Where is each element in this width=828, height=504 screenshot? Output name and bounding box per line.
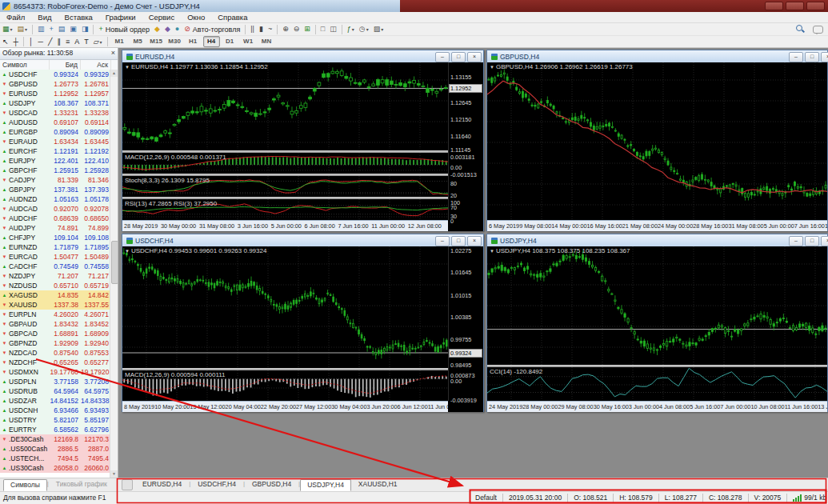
menu-tools[interactable]: Сервис [142,12,182,22]
menu-help[interactable]: Справка [211,12,254,22]
price-pane[interactable]: ▼USDCHF,H4 0.99453 0.99601 0.99263 0.993… [122,246,448,368]
scroll-down-icon[interactable]: ▼ [110,470,118,478]
candlestick-chart-button[interactable]: ▮ [258,24,265,34]
fibonacci-button[interactable]: ≡ [64,37,71,47]
line-chart-button[interactable]: ~ [266,24,274,34]
market-watch-row-usdcnh[interactable]: ▲USDCNH6.934666.93493 [0,406,111,415]
market-watch-row-audcad[interactable]: ▼AUDCAD0.920700.92078 [0,204,111,214]
timeframe-m1[interactable]: M1 [111,36,128,47]
market-watch-row-eurusd[interactable]: ▼EURUSD1.129521.12957 [0,89,111,98]
market-watch-row-nzdchf[interactable]: ▼NZDCHF0.652650.65277 [0,358,111,367]
market-watch-header[interactable]: Обзор рынка: 11:30:58 × [0,48,118,60]
market-watch-tab-symbols[interactable]: Символы [3,479,47,491]
close-button[interactable]: × [821,52,828,62]
timeframe-h4[interactable]: H4 [203,36,220,47]
market-watch-row-cadchf[interactable]: ▲CADCHF0.745490.74558 [0,262,111,271]
timeframe-m30[interactable]: M30 [166,36,183,47]
minimize-button[interactable]: – [435,52,450,62]
market-watch-row-euraud[interactable]: ▼EURAUD1.634341.63445 [0,137,111,146]
indicator-pane[interactable]: MACD(12,26,9) 0.000594 0.000111 [122,370,448,401]
autotrading-button[interactable]: ⊘Авто-торговля [182,24,242,34]
market-watch-row-cadjpy[interactable]: ▼CADJPY81.33981.346 [0,175,111,185]
market-watch-row-eurchf[interactable]: ▲EURCHF1.121911.12192 [0,146,111,156]
indicator-pane[interactable]: RSI(13) 47.2865 RSI(3) 37.2950 [122,199,448,220]
timeframe-d1[interactable]: D1 [222,36,238,47]
price-pane[interactable]: ▼USDJPY,H4 108.375 108.375 108.235 108.3… [487,246,827,365]
menu-file[interactable]: Файл [0,12,31,22]
price-axis[interactable]: 1.131551.126451.121501.116401.111451.129… [448,62,483,220]
time-axis[interactable]: 6 May 20199 May 08:0014 May 00:0016 May … [487,220,827,231]
profiles-button[interactable]: ▤▾ [16,24,30,34]
menu-charts[interactable]: Графики [99,12,142,22]
market-watch-row-nzdusd[interactable]: ▼NZDUSD0.657100.65719 [0,281,111,290]
market-watch-row-gbpjpy[interactable]: ▲GBPJPY137.381137.393 [0,185,111,194]
market-watch-row-de30cash[interactable]: ▼.DE30Cash12169.812170.3 [0,434,111,444]
shapes-button[interactable]: ▱▾ [92,37,104,47]
chart-canvas[interactable] [487,62,827,220]
indicator-pane[interactable]: CCI(14) -120.8492 [487,367,827,401]
timeframe-h1[interactable]: H1 [185,36,202,47]
minimize-button[interactable]: – [435,236,450,246]
arrange-windows-button[interactable]: ◫ [328,24,338,34]
restore-button[interactable]: □ [451,236,466,246]
chart-tab-eurusd[interactable]: EURUSD,H4 [135,478,189,490]
market-watch-row-usdzar[interactable]: ▲USDZAR14.8415214.84338 [0,396,111,406]
chart-canvas[interactable] [122,62,448,150]
market-watch-row-gbpnzd[interactable]: ▼GBPNZD1.929091.92940 [0,338,111,348]
vertical-line-button[interactable]: │ [27,37,35,47]
new-chart-button[interactable]: ▦▾ [1,24,14,34]
price-pane[interactable]: ▼GBPUSD,H4 1.26906 1.26962 1.26619 1.267… [487,62,827,220]
metaeditor-button[interactable]: ◆ [153,24,162,34]
market-watch-row-audjpy[interactable]: ▼AUDJPY74.89174.899 [0,223,111,233]
market-watch-row-ustech[interactable]: ▲.USTECH...7494.57495.4 [0,454,111,463]
minimize-button[interactable]: – [789,52,803,62]
indicators-button[interactable]: ƒ▾ [346,24,356,34]
chart-window-titlebar[interactable]: EURUSD,H4–□× [122,50,483,62]
market-watch-row-chfjpy[interactable]: ▲CHFJPY109.104109.108 [0,233,111,242]
indicator-pane[interactable]: MACD(12,26,9) 0.000548 0.001371 [122,153,448,174]
text-button[interactable]: A [73,37,81,47]
cursor-button[interactable]: ↖ [1,37,10,47]
market-watch-row-xagusd[interactable]: ▲XAGUSD14.83514.842 [0,290,111,300]
close-icon[interactable]: × [111,48,115,58]
market-watch-row-xauusd[interactable]: ▼XAUUSD1337.381337.55 [0,300,111,310]
horizontal-line-button[interactable]: ─ [37,37,45,47]
market-watch-row-audchf[interactable]: ▼AUDCHF0.686390.68650 [0,214,111,223]
chart-window-titlebar[interactable]: USDJPY,H4–□× [487,234,827,246]
timeframe-w1[interactable]: W1 [240,36,257,47]
price-axis[interactable]: 1.022751.016451.010151.003850.997550.984… [448,246,483,401]
market-watch-row-gbpchf[interactable]: ▲GBPCHF1.259151.25928 [0,166,111,175]
close-button[interactable]: × [821,236,828,246]
price-pane[interactable]: ▼EURUSD,H4 1.12977 1.13036 1.12854 1.129… [122,62,448,150]
menu-view[interactable]: Вид [31,12,58,22]
market-watch-row-gbpaud[interactable]: ▼GBPAUD1.834321.83452 [0,319,111,329]
market-watch-row-gbpusd[interactable]: ▼GBPUSD1.267731.26781 [0,79,111,89]
market-watch-row-eurcad[interactable]: ▼EURCAD1.504771.50489 [0,252,111,262]
zoom-in-button[interactable]: ⊕ [281,24,290,34]
market-watch-row-usdrub[interactable]: ▲USDRUB64.596464.5975 [0,386,111,396]
minimize-button[interactable]: – [789,236,803,246]
market-watch-tab-tick-chart[interactable]: Тиковый график [49,478,114,490]
restore-button[interactable]: □ [451,52,466,62]
zoom-out-button[interactable]: ⊖ [292,24,302,34]
market-watch-row-nzdjpy[interactable]: ▼NZDJPY71.20771.217 [0,271,111,281]
market-watch-row-usdpln[interactable]: ▲USDPLN3.771583.77208 [0,377,111,386]
tile-windows-button[interactable]: ⊞ [302,24,312,34]
chat-icon[interactable] [813,26,823,34]
market-watch-row-usdchf[interactable]: ▲USDCHF0.993240.99329 [0,70,111,79]
minimize-button[interactable] [765,2,783,10]
chart-tab-usdchf[interactable]: USDCHF,H4 [190,478,243,490]
market-watch-row-us30cash[interactable]: ▲.US30Cash26058.026060.0 [0,463,111,473]
menu-window[interactable]: Окно [181,12,211,22]
web-terminal-button[interactable]: ● [174,24,181,34]
indicator-pane[interactable]: Stoch(8,3,3) 26.1309 15.8795 [122,176,448,197]
market-watch-row-eurpln[interactable]: ▼EURPLN4.260204.26071 [0,310,111,319]
trendline-button[interactable]: ╱ [46,37,54,47]
market-watch-row-audusd[interactable]: ▲AUDUSD0.691070.69114 [0,118,111,127]
chart-tab-usdjpy[interactable]: USDJPY,H4 [300,479,351,491]
close-button[interactable]: × [467,236,482,246]
tab-strip-stub[interactable] [122,479,133,490]
restore-button[interactable]: □ [805,236,819,246]
timeframe-mn[interactable]: MN [258,36,275,47]
time-axis[interactable]: 28 May 201930 May 00:0031 May 08:003 Jun… [122,220,448,231]
